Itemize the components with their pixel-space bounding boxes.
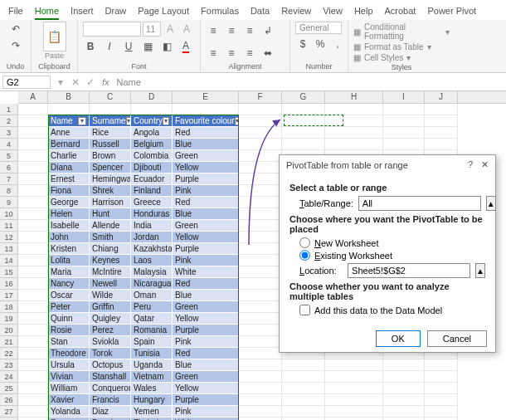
cell[interactable]: Yellow <box>173 162 239 173</box>
cell[interactable] <box>18 197 48 208</box>
cell[interactable]: Nicaragua <box>131 278 173 290</box>
cell[interactable]: Anne <box>48 127 90 139</box>
cell[interactable] <box>425 406 458 418</box>
tab-insert[interactable]: Insert <box>71 3 94 20</box>
cell[interactable]: Red <box>173 127 239 139</box>
row-header[interactable]: 3 <box>0 127 18 139</box>
cell[interactable] <box>18 243 48 255</box>
cell[interactable]: Pink <box>173 255 239 266</box>
cell[interactable]: Hemingway <box>90 173 131 185</box>
undo-icon[interactable]: ↶ <box>8 22 23 37</box>
cell[interactable] <box>18 104 48 115</box>
cell[interactable] <box>239 406 282 418</box>
cell[interactable] <box>18 232 48 243</box>
column-header[interactable]: H <box>325 91 383 103</box>
cell[interactable] <box>325 406 383 418</box>
radio-existing-worksheet[interactable] <box>299 250 310 261</box>
cell[interactable]: Surname▾ <box>90 115 131 127</box>
cell[interactable] <box>18 115 48 127</box>
close-icon[interactable]: ✕ <box>481 159 489 170</box>
cell[interactable] <box>425 139 458 150</box>
row-header[interactable]: 8 <box>0 185 18 197</box>
cell[interactable]: Newell <box>90 278 131 290</box>
cell[interactable] <box>282 383 325 394</box>
cell[interactable]: Hunt <box>90 208 131 220</box>
decrease-font-icon[interactable]: A <box>179 22 194 37</box>
cell[interactable]: Stan <box>48 336 90 348</box>
cell[interactable]: Angola <box>131 127 173 139</box>
cell[interactable]: Torok <box>90 348 131 359</box>
cell[interactable]: Vivian <box>48 371 90 383</box>
cell[interactable] <box>425 371 458 383</box>
cell[interactable] <box>239 232 282 243</box>
cell[interactable]: Greece <box>131 197 173 208</box>
cell[interactable] <box>383 359 425 371</box>
cell[interactable] <box>383 104 425 115</box>
row-header[interactable]: 10 <box>0 208 18 220</box>
row-header[interactable]: 16 <box>0 278 18 290</box>
cell[interactable] <box>239 255 282 266</box>
paste-icon[interactable]: 📋 <box>43 22 66 51</box>
cell[interactable] <box>425 104 458 115</box>
checkbox-data-model[interactable] <box>299 305 310 315</box>
cell[interactable]: Laos <box>131 255 173 266</box>
number-format-select[interactable] <box>295 22 342 34</box>
cell[interactable]: Purple <box>173 325 239 336</box>
tab-review[interactable]: Review <box>281 3 311 20</box>
row-header[interactable]: 7 <box>0 173 18 185</box>
cell[interactable]: Green <box>173 220 239 232</box>
cell[interactable]: Rosie <box>48 325 90 336</box>
cell[interactable]: Diaz <box>90 406 131 418</box>
cell[interactable] <box>325 139 383 150</box>
percent-icon[interactable]: % <box>313 37 328 51</box>
cell[interactable] <box>48 104 90 115</box>
row-header[interactable]: 26 <box>0 394 18 406</box>
cell[interactable]: Ecuador <box>131 173 173 185</box>
cell[interactable] <box>18 185 48 197</box>
cell[interactable]: Harrison <box>90 197 131 208</box>
row-header[interactable]: 27 <box>0 406 18 418</box>
column-header[interactable]: J <box>425 91 458 103</box>
cell[interactable] <box>18 127 48 139</box>
filter-dropdown-icon[interactable]: ▾ <box>126 117 131 125</box>
cancel-button[interactable]: Cancel <box>427 330 487 347</box>
row-header[interactable]: 19 <box>0 313 18 325</box>
namebox-dropdown-icon[interactable]: ▾ <box>53 75 68 90</box>
cell[interactable] <box>18 359 48 371</box>
cell[interactable]: Diana <box>48 162 90 173</box>
cell[interactable]: Peru <box>131 301 173 313</box>
align-bot-icon[interactable]: ≡ <box>242 23 257 38</box>
cell[interactable]: Spain <box>131 336 173 348</box>
cell[interactable] <box>18 406 48 418</box>
row-header[interactable]: 21 <box>0 336 18 348</box>
cell[interactable] <box>383 406 425 418</box>
column-header[interactable]: D <box>131 91 173 103</box>
cell[interactable]: White <box>173 266 239 278</box>
cell[interactable]: Green <box>173 371 239 383</box>
cell[interactable] <box>18 220 48 232</box>
cell[interactable] <box>18 255 48 266</box>
tab-help[interactable]: Help <box>354 3 373 20</box>
row-header[interactable]: 23 <box>0 359 18 371</box>
cell[interactable]: George <box>48 197 90 208</box>
tab-page-layout[interactable]: Page Layout <box>138 3 189 20</box>
tab-power-pivot[interactable]: Power Pivot <box>427 3 476 20</box>
cell[interactable] <box>282 371 325 383</box>
cell[interactable] <box>18 383 48 394</box>
cell[interactable] <box>425 383 458 394</box>
cell[interactable]: Honduras <box>131 208 173 220</box>
align-center-icon[interactable]: ≡ <box>224 46 239 61</box>
cell[interactable] <box>18 325 48 336</box>
cell[interactable]: Charlie <box>48 150 90 162</box>
cell[interactable]: Russell <box>90 139 131 150</box>
cell[interactable]: Belgium <box>131 139 173 150</box>
cell[interactable] <box>239 104 282 115</box>
row-header[interactable]: 9 <box>0 197 18 208</box>
border-icon[interactable]: ▦ <box>140 39 155 54</box>
cell[interactable] <box>282 406 325 418</box>
comma-icon[interactable]: , <box>330 37 345 51</box>
font-name-select[interactable] <box>83 22 141 37</box>
cell[interactable]: Conqueror <box>90 383 131 394</box>
cell[interactable]: Romania <box>131 325 173 336</box>
cell[interactable]: Favourite colour▾ <box>173 115 239 127</box>
